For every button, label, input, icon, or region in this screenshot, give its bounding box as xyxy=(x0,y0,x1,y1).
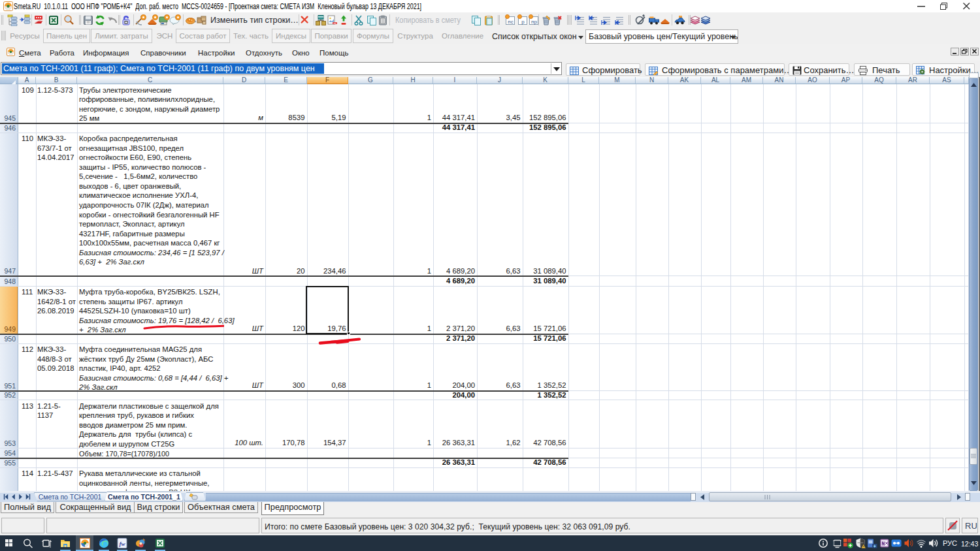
svg-text:пр: пр xyxy=(531,19,537,25)
svg-text:р: р xyxy=(521,19,525,25)
svg-text:пс: пс xyxy=(508,19,513,25)
svg-text:fw: fw xyxy=(120,541,126,547)
